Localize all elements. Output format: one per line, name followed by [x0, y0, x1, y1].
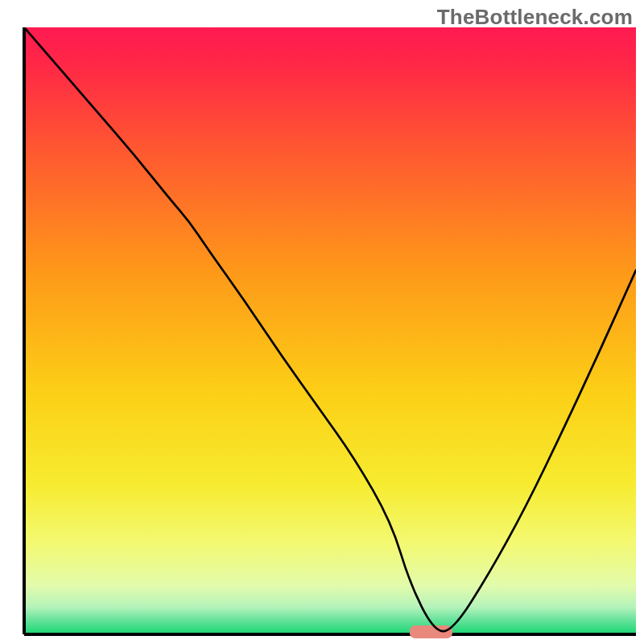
optimal-marker — [410, 625, 452, 638]
bottleneck-chart — [0, 0, 644, 644]
watermark-text: TheBottleneck.com — [437, 5, 633, 30]
chart-stage: TheBottleneck.com — [0, 0, 644, 644]
gradient-background — [24, 27, 636, 634]
